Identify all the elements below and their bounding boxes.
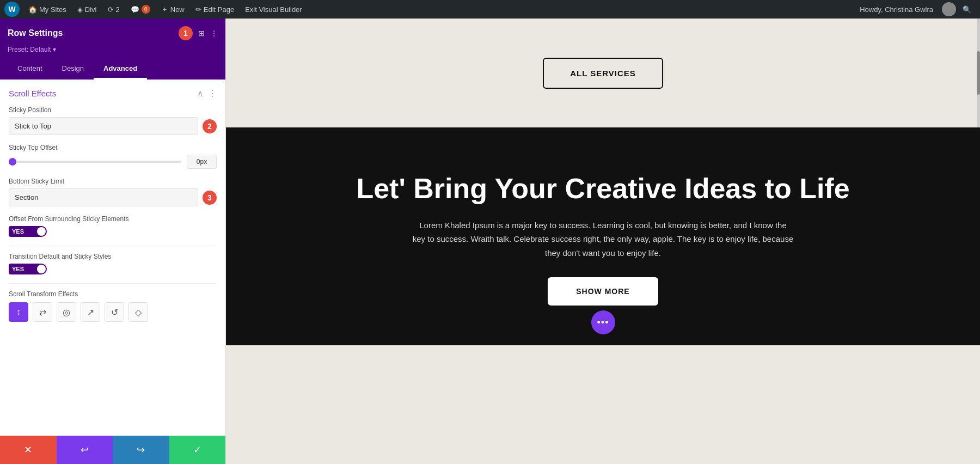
transform-icon-scale[interactable]: ◎ [57, 302, 76, 322]
tabs-row: Content Design Advanced [8, 59, 218, 80]
show-more-label: SHOW MORE [576, 287, 629, 296]
slider-value[interactable]: 0px [187, 155, 217, 169]
sticky-position-select[interactable]: Stick to Top [9, 117, 198, 135]
offset-toggle-yes: YES [9, 226, 27, 237]
canvas-bottom-section [226, 345, 980, 464]
my-sites-menu[interactable]: 🏠 My Sites [24, 0, 71, 19]
transition-label: Transition Default and Sticky Styles [9, 253, 217, 260]
edit-page-button[interactable]: ✏ Edit Page [191, 0, 238, 19]
divi-icon: ◈ [77, 5, 83, 14]
hero-title: Let' Bring Your Creative Ideas to Life [356, 173, 849, 205]
sync-icon: ⟳ [108, 5, 114, 14]
tab-content[interactable]: Content [8, 59, 52, 80]
panel-title: Row Settings [8, 28, 63, 38]
canvas-hero-section: Let' Bring Your Creative Ideas to Life L… [226, 127, 980, 345]
edit-page-label: Edit Page [204, 5, 234, 14]
hero-description: Lorem Khaled Ipsum is a major key to suc… [413, 218, 794, 260]
slider-row: 0px [9, 155, 217, 169]
panel-body: Scroll Effects ∧ ⋮ Sticky Position Stick… [0, 80, 225, 436]
divider-2 [9, 283, 217, 284]
expand-icon[interactable]: ⊞ [198, 29, 205, 38]
undo-button[interactable]: ↩ [57, 436, 113, 464]
sticky-position-select-wrapper: Stick to Top 2 [9, 117, 217, 135]
messages-bubble: 0 [142, 5, 150, 14]
howdy-label-item[interactable]: Howdy, Christina Gwira [855, 5, 938, 14]
confirm-button[interactable]: ✓ [169, 436, 226, 464]
transition-toggle-wrapper[interactable]: YES [9, 264, 217, 274]
my-sites-label: My Sites [39, 5, 66, 14]
howdy-text: Howdy, Christina Gwira [860, 5, 933, 14]
cancel-button[interactable]: ✕ [0, 436, 57, 464]
section-actions: ∧ ⋮ [197, 88, 217, 99]
comments-count: 2 [116, 5, 120, 14]
scroll-transform-label: Scroll Transform Effects [9, 290, 217, 298]
exit-builder-button[interactable]: Exit Visual Builder [241, 0, 307, 19]
panel-title-row: Row Settings 1 ⊞ ⋮ [8, 26, 218, 40]
transform-icon-vertical[interactable]: ↕ [9, 302, 28, 322]
offset-surrounding-row: Offset From Surrounding Sticky Elements … [9, 215, 217, 237]
scroll-handle[interactable] [977, 51, 980, 95]
divi-menu[interactable]: ◈ Divi [73, 0, 101, 19]
new-label: New [170, 5, 185, 14]
floating-dots-button[interactable]: ••• [591, 310, 615, 334]
offset-toggle-track[interactable] [27, 226, 47, 237]
sticky-position-label: Sticky Position [9, 106, 217, 114]
transform-icon-horizontal[interactable]: ⇄ [33, 302, 52, 322]
search-button[interactable]: 🔍 [958, 5, 976, 14]
search-icon: 🔍 [963, 5, 971, 14]
tab-advanced[interactable]: Advanced [94, 59, 147, 80]
step2-badge: 2 [203, 119, 217, 133]
offset-surrounding-label: Offset From Surrounding Sticky Elements [9, 215, 217, 223]
bottom-sticky-limit-select-wrapper: Section 3 [9, 188, 217, 206]
confirm-icon: ✓ [193, 444, 201, 456]
transform-icon-blur[interactable]: ◇ [128, 302, 148, 322]
collapse-icon[interactable]: ∧ [197, 88, 204, 99]
scroll-effects-section-heading: Scroll Effects ∧ ⋮ [9, 88, 217, 99]
more-options-icon[interactable]: ⋮ [210, 29, 218, 38]
avatar[interactable] [942, 2, 956, 16]
transition-toggle-thumb [37, 265, 46, 273]
bottom-sticky-limit-row: Bottom Sticky Limit Section 3 [9, 178, 217, 206]
bottom-bar: ✕ ↩ ↪ ✓ [0, 436, 225, 464]
transform-icon-spin[interactable]: ↺ [105, 302, 124, 322]
canvas-top-section: ALL SERVICES [226, 19, 980, 127]
panel-preset[interactable]: Preset: Default ▾ [8, 46, 218, 53]
step1-badge: 1 [179, 26, 193, 40]
message-icon: 💬 [131, 5, 139, 14]
new-menu[interactable]: ＋ New [157, 0, 189, 19]
offset-toggle-thumb [37, 227, 46, 236]
transition-toggle-yes: YES [9, 264, 27, 274]
section-menu-icon[interactable]: ⋮ [208, 88, 217, 99]
scroll-indicator [977, 19, 980, 127]
comments-menu[interactable]: ⟳ 2 [103, 0, 124, 19]
cancel-icon: ✕ [24, 444, 32, 456]
divider-1 [9, 246, 217, 246]
wp-logo-icon[interactable]: W [4, 2, 20, 17]
sticky-top-offset-row: Sticky Top Offset 0px [9, 144, 217, 169]
sticky-top-offset-slider[interactable] [9, 161, 181, 163]
transform-icon-rotate[interactable]: ↗ [81, 302, 100, 322]
scroll-effects-title: Scroll Effects [9, 89, 56, 98]
transition-toggle-track[interactable] [27, 264, 47, 274]
panel-title-icons: 1 ⊞ ⋮ [179, 26, 218, 40]
dots-icon: ••• [597, 317, 609, 328]
panel-header: Row Settings 1 ⊞ ⋮ Preset: Default ▾ Con… [0, 19, 225, 80]
home-icon: 🏠 [28, 5, 37, 14]
transition-row: Transition Default and Sticky Styles YES [9, 253, 217, 274]
canvas-area: ALL SERVICES Let' Bring Your Creative Id… [226, 19, 980, 464]
undo-icon: ↩ [81, 444, 89, 456]
redo-button[interactable]: ↪ [113, 436, 169, 464]
all-services-button[interactable]: ALL SERVICES [543, 58, 663, 89]
show-more-button[interactable]: SHOW MORE [548, 277, 658, 306]
messages-menu[interactable]: 💬 0 [126, 0, 155, 19]
transform-icons-row: ↕ ⇄ ◎ ↗ ↺ ◇ [9, 302, 217, 322]
offset-toggle-wrapper[interactable]: YES [9, 226, 217, 237]
scroll-transform-row: Scroll Transform Effects ↕ ⇄ ◎ ↗ ↺ ◇ [9, 290, 217, 322]
all-services-label: ALL SERVICES [570, 69, 636, 78]
left-panel: Row Settings 1 ⊞ ⋮ Preset: Default ▾ Con… [0, 19, 226, 464]
exit-builder-label: Exit Visual Builder [245, 5, 302, 14]
pencil-icon: ✏ [195, 5, 201, 14]
tab-design[interactable]: Design [52, 59, 94, 80]
bottom-sticky-limit-select[interactable]: Section [9, 188, 198, 206]
redo-icon: ↪ [137, 444, 145, 456]
